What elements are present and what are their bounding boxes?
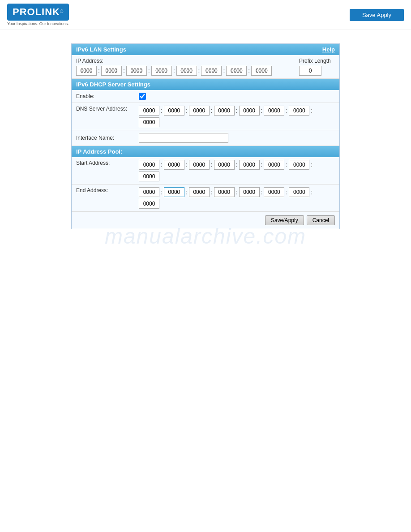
dns-octet-2[interactable] — [164, 106, 184, 116]
end-address-row: End Address: : : : : : : — [72, 184, 339, 212]
end-addr-fields: : : : : : : : — [139, 187, 313, 209]
start-line-2 — [139, 172, 313, 181]
end-line-1: : : : : : : : — [139, 187, 313, 197]
dns-label: DNS Server Address: — [76, 106, 139, 112]
dns-octet-8[interactable] — [139, 117, 159, 127]
interface-label: Interface Name: — [76, 135, 139, 141]
enable-label: Enable: — [76, 93, 139, 99]
start-octet-3[interactable] — [189, 160, 210, 170]
end-octet-1[interactable] — [139, 187, 159, 197]
buttons-row: Save/Apply Cancel — [72, 212, 339, 229]
end-octet-3[interactable] — [189, 187, 210, 197]
logo-box: PROLINK® — [7, 4, 69, 21]
ip-fields: : : : : : : : — [76, 66, 295, 76]
ipv6-lan-header: IPv6 LAN Settings Help — [72, 44, 339, 55]
end-octet-2[interactable] — [164, 187, 184, 197]
dns-octet-4[interactable] — [214, 106, 235, 116]
start-octet-2[interactable] — [164, 160, 184, 170]
ip-octet-5[interactable] — [176, 66, 197, 76]
dns-line-2 — [139, 117, 313, 127]
end-octet-6[interactable] — [264, 187, 284, 197]
interface-row: Interface Name: — [72, 130, 339, 146]
dns-line-1: : : : : : : : — [139, 106, 313, 116]
logo-tagline: Your Inspirations. Our Innovations. — [7, 21, 69, 26]
cancel-button[interactable]: Cancel — [307, 215, 335, 225]
logo-container: PROLINK® Your Inspirations. Our Innovati… — [7, 4, 69, 26]
main-content: IPv6 LAN Settings Help IP Address: : : : — [0, 30, 411, 238]
ip-address-label: IP Address: — [76, 58, 295, 64]
end-octet-8[interactable] — [139, 199, 159, 209]
ip-address-row: IP Address: : : : : : : — [72, 55, 339, 79]
ip-octet-3[interactable] — [126, 66, 147, 76]
end-line-2 — [139, 199, 313, 209]
logo-reg: ® — [60, 9, 63, 14]
ip-pool-header: IP Address Pool: — [72, 146, 339, 157]
start-octet-7[interactable] — [289, 160, 309, 170]
ip-octet-1[interactable] — [76, 66, 97, 76]
interface-input[interactable] — [139, 133, 228, 143]
dns-octet-5[interactable] — [239, 106, 260, 116]
start-octet-5[interactable] — [239, 160, 260, 170]
dns-octet-7[interactable] — [289, 106, 309, 116]
ip-octet-6[interactable] — [201, 66, 222, 76]
logo-text: PROLINK — [13, 6, 60, 17]
ip-octet-2[interactable] — [101, 66, 122, 76]
start-octet-6[interactable] — [264, 160, 284, 170]
start-address-label: Start Address: — [76, 160, 139, 166]
ipv6-lan-title: IPv6 LAN Settings — [76, 46, 126, 53]
dns-row: DNS Server Address: : : : : : — [72, 103, 339, 130]
ip-octet-7[interactable] — [226, 66, 247, 76]
prefix-col: Prefix Length — [299, 58, 335, 76]
settings-panel: IPv6 LAN Settings Help IP Address: : : : — [71, 43, 340, 229]
dns-octet-1[interactable] — [139, 106, 159, 116]
start-line-1: : : : : : : : — [139, 160, 313, 170]
header-save-apply-button[interactable]: Save Apply — [350, 9, 404, 21]
dns-fields: : : : : : : : — [139, 106, 313, 127]
save-apply-button[interactable]: Save/Apply — [265, 215, 304, 225]
ip-octet-8[interactable] — [251, 66, 272, 76]
end-address-label: End Address: — [76, 187, 139, 193]
end-octet-4[interactable] — [214, 187, 235, 197]
prefix-length-label: Prefix Length — [299, 58, 331, 64]
ipv6-dhcp-title: IPv6 DHCP Server Settings — [76, 81, 150, 88]
start-address-row: Start Address: : : : : : : — [72, 157, 339, 184]
help-link[interactable]: Help — [322, 46, 335, 53]
ip-octet-4[interactable] — [151, 66, 172, 76]
dns-octet-3[interactable] — [189, 106, 210, 116]
start-octet-4[interactable] — [214, 160, 235, 170]
start-addr-fields: : : : : : : : — [139, 160, 313, 181]
dns-octet-6[interactable] — [264, 106, 284, 116]
start-octet-8[interactable] — [139, 172, 159, 181]
start-octet-1[interactable] — [139, 160, 159, 170]
enable-checkbox[interactable] — [139, 93, 146, 100]
end-octet-5[interactable] — [239, 187, 260, 197]
end-octet-7[interactable] — [289, 187, 309, 197]
ipv6-dhcp-header: IPv6 DHCP Server Settings — [72, 79, 339, 90]
prefix-length-input[interactable] — [299, 66, 321, 76]
enable-row: Enable: — [72, 90, 339, 103]
ip-pool-title: IP Address Pool: — [76, 148, 122, 155]
header: PROLINK® Your Inspirations. Our Innovati… — [0, 0, 411, 30]
